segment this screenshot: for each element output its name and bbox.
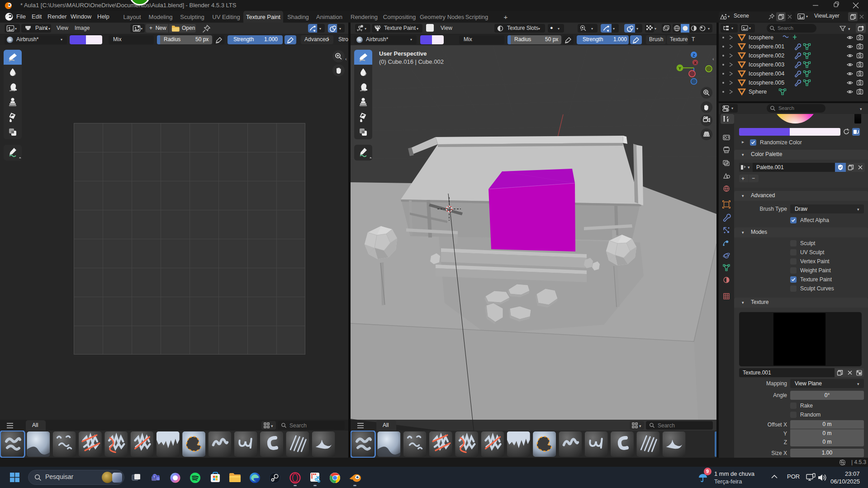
svg-text:Y: Y [678, 66, 681, 71]
svg-text:Icosphere.002: Icosphere.002 [749, 52, 784, 59]
svg-text:Icosphere.004: Icosphere.004 [749, 71, 784, 77]
svg-text:T: T [153, 475, 156, 479]
svg-text:X: X [694, 61, 697, 65]
svg-text:Icosphere: Icosphere [749, 34, 773, 41]
svg-text:Icosphere.005: Icosphere.005 [749, 80, 784, 86]
svg-text:Sphere: Sphere [749, 89, 767, 95]
svg-text:Icosphere.003: Icosphere.003 [749, 62, 784, 68]
svg-text:Z: Z [693, 53, 695, 57]
svg-text:Icosphere.001: Icosphere.001 [749, 43, 784, 50]
